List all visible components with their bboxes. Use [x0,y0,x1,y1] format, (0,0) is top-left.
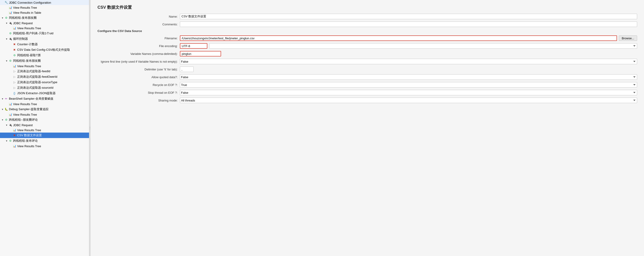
tree-toggle [9,54,12,57]
tree-toggle [9,43,12,46]
tree-item-loop-controller[interactable]: ▼ 🔌 循环控制器 [0,36,89,42]
tree-item-thread-group-publish-comment[interactable]: ▼ ⚙ 跨线程组-发布评论 [0,138,89,144]
tree-toggle [9,144,12,148]
stop-thread-eof-select[interactable]: False True [180,90,637,95]
filename-label: Filename: [98,36,180,40]
results-tree-icon: 📊 [12,144,16,148]
tree-item-extractor-sourceid[interactable]: ▷ 正则表达式提取器-sourceId [0,85,89,90]
tree-item-csv-data-set-config[interactable]: ✖ CSV Data Set Config-CSV格式文件提取 [0,47,89,52]
configure-section-title: Configure the CSV Data Source [98,29,637,33]
tree-toggle [5,6,8,9]
extractor-icon: ▷ [12,80,16,84]
threadgroup-icon: ⚙ [8,59,12,63]
tree-item-view-results-in-table[interactable]: 📊 View Results in Table [0,10,89,15]
results-tree-icon: 📊 [12,26,16,30]
tree-toggle[interactable]: ▼ [1,16,4,19]
tree-item-view-results-tree-5[interactable]: 📊 View Results Tree [0,112,89,117]
tree-item-label: Debug Sampler-提取变量追踪 [9,107,48,111]
debug-icon: 🐛 [4,107,8,111]
delimiter-value [180,66,637,72]
tree-toggle[interactable]: ▼ [5,37,8,40]
ignore-first-line-label: Ignore first line (only used if Variable… [98,60,180,63]
tree-item-label: 同线程组-发布朋友圈 [9,16,36,20]
tree-item-label: JDBC Connection Configuration [9,1,51,4]
tree-item-thread-group-uid[interactable]: ⚙ 同线程组-用户列表-只取1个uid [0,31,89,36]
tree-toggle[interactable]: ▼ [5,59,8,62]
allow-quoted-value: False True [180,74,637,80]
threadgroup-icon: ⚙ [12,53,16,57]
sharing-mode-select[interactable]: All threads Current thread group Current… [180,98,637,103]
tree-item-label: 同线程组-发布朋友圈 [13,59,41,63]
ignore-first-line-select[interactable]: False True [180,59,637,64]
tree-toggle [5,32,8,35]
tree-toggle [9,64,12,68]
file-encoding-input[interactable] [180,43,207,49]
file-encoding-select[interactable] [209,43,637,49]
tree-item-view-results-tree-1[interactable]: 📊 View Results Tree [0,5,89,10]
tree-panel: 🔧 JDBC Connection Configuration 📊 View R… [0,0,89,256]
tree-item-csv-data-set-selected[interactable]: ✖ CSV 数据文件设置 [0,133,89,138]
tree-item-jdbc-config[interactable]: 🔧 JDBC Connection Configuration [0,0,89,5]
extractor-icon: ▷ [12,86,16,90]
tree-item-thread-group-get-ticket[interactable]: ⚙ 同线程组-获取T票 [0,52,89,58]
tree-item-view-results-tree-3[interactable]: 📊 View Results Tree [0,63,89,69]
tree-item-view-results-tree-7[interactable]: 📊 View Results Tree [0,144,89,149]
tree-toggle [5,113,8,116]
allow-quoted-row: Allow quoted data?: False True [98,74,637,80]
tree-item-view-results-tree-2[interactable]: 📊 View Results Tree [0,25,89,31]
tree-item-thread-group-friend-comment[interactable]: ▼ ⚙ 跨线程组--朋友圈评论 [0,117,89,123]
stop-thread-eof-label: Stop thread on EOF ?: [98,91,180,94]
name-value [180,14,637,19]
tree-item-label: 跨线程组--朋友圈评论 [9,118,38,122]
tree-item-extractor-feedowerid[interactable]: ▷ 正则表达式提取器-feedOwerId [0,74,89,79]
tree-toggle [9,92,12,95]
tree-item-label: Counter-计数器 [17,42,38,46]
tree-item-view-results-tree-4[interactable]: 📊 View Results Tree [0,101,89,106]
comments-value [180,21,637,27]
tree-item-thread-group-publish2[interactable]: ▼ ⚙ 同线程组-发布朋友圈 [0,58,89,63]
tree-item-label: View Results Tree [13,102,37,106]
recycle-eof-row: Recycle on EOF ?: True False [98,82,637,88]
tree-toggle[interactable]: ▼ [1,108,4,111]
tree-item-label: View Results Tree [13,113,37,116]
filename-input[interactable] [180,35,617,41]
tree-toggle [9,48,12,51]
name-row: Name: [98,14,637,19]
tree-item-label: View Results Tree [17,144,41,148]
browse-button[interactable]: Browse... [619,35,637,41]
tree-item-label: 同线程组-获取T票 [17,53,41,57]
allow-quoted-select[interactable]: False True [180,74,637,80]
tree-item-json-extractor[interactable]: {} JSON Extractor-JSON提取器 [0,90,89,96]
tree-toggle[interactable]: ▼ [5,21,8,25]
tree-item-extractor-sourcetype[interactable]: ▷ 正则表达式提取器-sourceType [0,79,89,85]
delimiter-label: Delimiter (use '\t' for tab): [98,68,180,71]
tree-item-label: CSV 数据文件设置 [17,133,42,137]
json-extractor-icon: {} [12,91,16,95]
tree-item-beanshell-sampler[interactable]: ▼ ✏ BeanShell Sampler-全局变量赋值 [0,96,89,101]
tree-item-view-results-tree-6[interactable]: 📊 View Results Tree [0,128,89,133]
threadgroup-icon: ⚙ [4,16,8,20]
tree-item-jdbc-request-1[interactable]: ▼ 🔌 JDBC Request [0,20,89,25]
tree-item-label: View Results in Table [13,11,41,14]
tree-item-label: View Results Tree [17,128,41,132]
tree-item-extractor-feedid[interactable]: ▷ 正则表达式提取器-feedId [0,69,89,74]
tree-item-jdbc-request-2[interactable]: ▼ 🔌 JDBC Request [0,123,89,128]
variable-names-input[interactable] [180,51,221,56]
tree-toggle [9,26,12,30]
tree-toggle[interactable]: ▼ [5,139,8,142]
name-input[interactable] [180,14,637,19]
tree-item-counter[interactable]: ✖ Counter-计数器 [0,42,89,47]
tree-toggle[interactable]: ▼ [5,123,8,127]
recycle-eof-select[interactable]: True False [180,82,637,88]
tree-item-label: View Results Tree [13,6,37,9]
tree-item-label: 正则表达式提取器-feedOwerId [17,75,58,79]
tree-toggle[interactable]: ▼ [1,118,4,121]
results-tree-icon: 📊 [8,113,12,116]
comments-input[interactable] [180,21,637,27]
tree-toggle[interactable]: ▼ [1,97,4,100]
delimiter-input[interactable] [180,66,194,72]
tree-item-debug-sampler[interactable]: ▼ 🐛 Debug Sampler-提取变量追踪 [0,106,89,112]
stop-thread-eof-row: Stop thread on EOF ?: False True [98,90,637,95]
tree-item-label: CSV Data Set Config-CSV格式文件提取 [17,48,70,52]
tree-item-thread-group-publish[interactable]: ▼ ⚙ 同线程组-发布朋友圈 [0,15,89,20]
